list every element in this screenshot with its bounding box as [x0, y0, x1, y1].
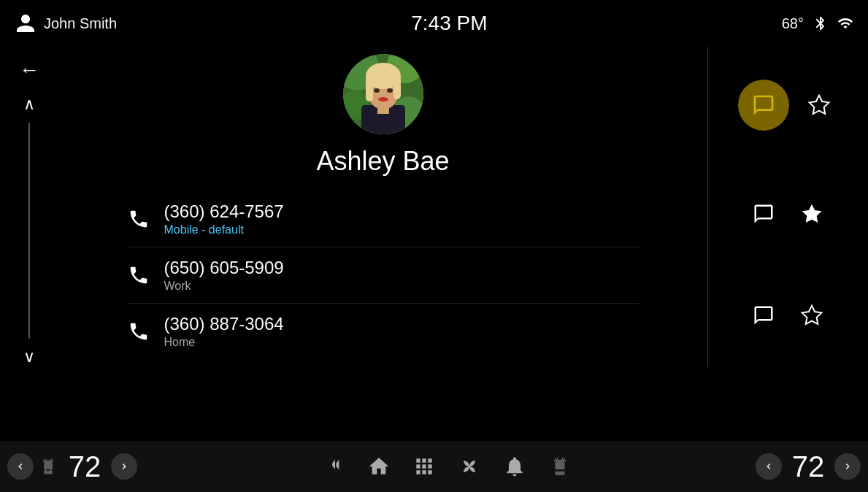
contact-avatar [343, 54, 423, 134]
contact-detail: Ashley Bae (360) 624-7567 Mobile - defau… [58, 47, 707, 366]
user-name: John Smith [44, 15, 117, 32]
content-area: ← ∧ ∨ [0, 47, 868, 366]
phone-icon-2 [128, 264, 150, 286]
right-temp-increase[interactable] [834, 453, 861, 480]
left-temp-decrease[interactable] [7, 453, 34, 480]
status-bar-time: 7:43 PM [411, 12, 487, 35]
phone-type-1: Mobile - default [164, 223, 639, 237]
phone-icon-1 [128, 208, 150, 230]
right-panel-divider [707, 47, 708, 366]
phone-entry-3[interactable]: (360) 887-3064 Home [128, 304, 639, 359]
notification-icon[interactable] [503, 455, 526, 478]
phone-details-2: (650) 605-5909 Work [164, 258, 639, 293]
right-temp-value: 72 [786, 450, 830, 483]
right-temp-control: 72 [756, 450, 861, 483]
svg-rect-11 [393, 76, 401, 99]
action-row-1 [722, 71, 853, 139]
svg-rect-10 [366, 76, 373, 101]
signal-icon [837, 15, 853, 31]
phone-number-3: (360) 887-3064 [164, 314, 639, 334]
svg-point-12 [374, 88, 380, 93]
contact-name: Ashley Bae [316, 146, 449, 177]
svg-point-13 [387, 88, 393, 93]
seat-heat-right-icon [548, 455, 572, 478]
message-icon-2 [753, 203, 775, 225]
right-panel [707, 47, 868, 366]
star-icon-2 [800, 202, 823, 226]
bottom-center-controls [322, 455, 572, 478]
action-rows [707, 47, 868, 366]
temperature-display: 68° [782, 15, 804, 32]
home-icon[interactable] [367, 455, 391, 478]
phone-type-2: Work [164, 280, 639, 293]
message-icon-1 [752, 93, 775, 117]
favorite-button-3[interactable] [794, 297, 830, 334]
climate-heat-icon[interactable] [322, 455, 345, 478]
seat-heat-left-icon [38, 456, 58, 477]
star-icon-1 [807, 93, 831, 117]
message-icon-3 [753, 304, 775, 326]
left-panel: ← ∧ ∨ [0, 47, 58, 366]
fan-icon[interactable] [458, 455, 481, 478]
phone-entry-2[interactable]: (650) 605-5909 Work [128, 247, 639, 304]
status-bar: John Smith 7:43 PM 68° [0, 0, 868, 47]
phone-entry-1[interactable]: (360) 624-7567 Mobile - default [128, 191, 639, 247]
svg-marker-15 [810, 95, 829, 113]
scroll-down-indicator: ∨ [23, 347, 35, 366]
left-temp-value: 72 [63, 450, 107, 483]
left-temp-control: 72 [7, 450, 137, 483]
message-button-2[interactable] [745, 196, 782, 232]
phone-number-1: (360) 624-7567 [164, 201, 639, 222]
action-row-3 [722, 288, 853, 342]
message-button-1[interactable] [738, 80, 789, 131]
bottom-bar: 72 [0, 441, 868, 492]
action-row-2 [722, 187, 853, 241]
svg-marker-17 [802, 306, 822, 324]
phone-type-3: Home [164, 336, 639, 349]
person-icon [15, 12, 37, 34]
svg-point-14 [378, 97, 388, 101]
star-icon-3 [800, 304, 823, 327]
message-button-3[interactable] [745, 297, 782, 334]
left-temp-increase[interactable] [111, 453, 137, 480]
phone-details-1: (360) 624-7567 Mobile - default [164, 201, 639, 237]
phone-list: (360) 624-7567 Mobile - default (650) 60… [128, 191, 639, 359]
status-bar-left: John Smith [15, 12, 117, 34]
bluetooth-icon [813, 15, 829, 31]
phone-icon-3 [128, 320, 150, 342]
status-bar-right: 68° [782, 15, 853, 32]
favorite-button-1[interactable] [801, 87, 837, 123]
back-button[interactable]: ← [12, 53, 47, 88]
svg-marker-16 [802, 204, 822, 223]
apps-icon[interactable] [412, 455, 436, 478]
favorite-button-2[interactable] [794, 196, 830, 232]
phone-number-2: (650) 605-5909 [164, 258, 639, 278]
right-temp-decrease[interactable] [756, 453, 782, 480]
scroll-up-indicator: ∧ [23, 95, 35, 114]
phone-details-3: (360) 887-3064 Home [164, 314, 639, 349]
